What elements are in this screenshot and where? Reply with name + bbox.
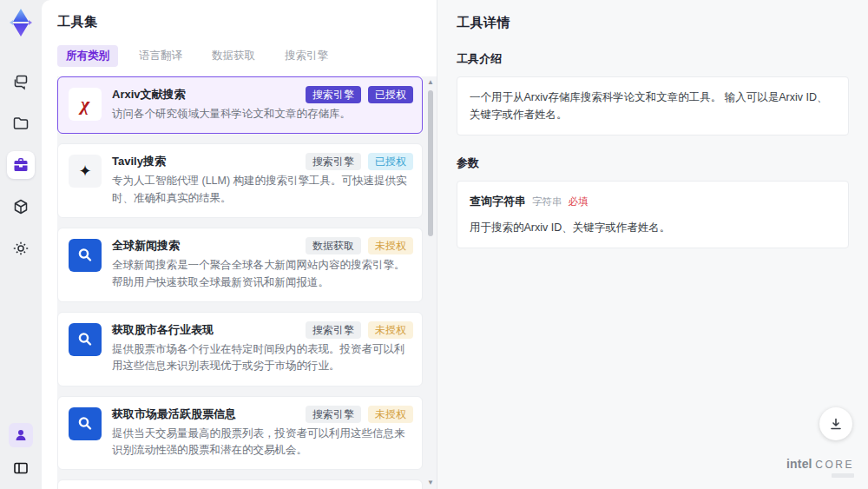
package-icon[interactable]: [7, 193, 35, 221]
download-button[interactable]: [819, 407, 852, 440]
tab-all-categories[interactable]: 所有类别: [57, 45, 118, 67]
auth-status-badge: 未授权: [368, 237, 413, 254]
page-title: 工具集: [57, 14, 437, 30]
tab-search-engine[interactable]: 搜索引擎: [276, 45, 337, 67]
scroll-up-icon[interactable]: ▲: [426, 78, 435, 87]
category-badge: 搜索引擎: [306, 86, 361, 103]
magnifier-icon: [69, 239, 102, 272]
folder-icon[interactable]: [7, 109, 35, 137]
user-avatar-icon[interactable]: [9, 423, 33, 447]
tool-badges: 搜索引擎 已授权: [306, 153, 413, 170]
sidebar: [0, 0, 42, 489]
auth-status-badge: 已授权: [368, 86, 413, 103]
tool-details-panel: 工具详情 工具介绍 一个用于从Arxiv存储库搜索科学论文和文章的工具。 输入可…: [437, 0, 868, 489]
category-badge: 数据获取: [306, 237, 361, 254]
sparkle-icon: ✦: [69, 155, 102, 188]
tab-data-fetch[interactable]: 数据获取: [203, 45, 264, 67]
category-tabs: 所有类别 语言翻译 数据获取 搜索引擎: [57, 45, 437, 67]
tool-badges: 搜索引擎 未授权: [306, 406, 413, 423]
intel-logo-sub: [832, 473, 854, 478]
details-title: 工具详情: [457, 15, 849, 31]
toolbox-icon[interactable]: [7, 151, 35, 179]
param-header: 查询字符串 字符串 必填: [470, 193, 836, 211]
tool-badges: 搜索引擎 未授权: [306, 321, 413, 339]
scroll-down-icon[interactable]: ▼: [426, 479, 435, 487]
tool-card-tavily[interactable]: ✦ Tavily搜索 专为人工智能代理 (LLM) 构建的搜索引擎工具。可快速提…: [57, 143, 423, 218]
sidebar-bottom: [9, 423, 33, 480]
tool-description: 提供股票市场各个行业在特定时间段内的表现。投资者可以利用这些信息来识别表现优于或…: [112, 341, 413, 375]
param-description: 用于搜索的Arxiv ID、关键字或作者姓名。: [470, 219, 836, 236]
tool-badges: 搜索引擎 已授权: [306, 86, 413, 103]
category-badge: 搜索引擎: [306, 321, 361, 339]
tool-card-arxiv[interactable]: χ Arxiv文献搜索 访问各个研究领域大量科学论文和文章的存储库。 搜索引擎 …: [57, 76, 423, 134]
tools-panel: 工具集 所有类别 语言翻译 数据获取 搜索引擎 χ Arxiv文献搜索 访问各个…: [42, 0, 437, 489]
tab-translation[interactable]: 语言翻译: [130, 45, 191, 67]
magnifier-icon: [69, 323, 102, 356]
intel-core-logo: intel core: [786, 457, 854, 478]
tool-description: 专为人工智能代理 (LLM) 构建的搜索引擎工具。可快速提供实时、准确和真实的结…: [112, 173, 413, 207]
app-window: 工具集 所有类别 语言翻译 数据获取 搜索引擎 χ Arxiv文献搜索 访问各个…: [0, 0, 868, 489]
sidebar-nav: [7, 68, 35, 262]
magnifier-icon: [69, 407, 102, 440]
tool-list: χ Arxiv文献搜索 访问各个研究领域大量科学论文和文章的存储库。 搜索引擎 …: [57, 76, 437, 489]
category-badge: 搜索引擎: [306, 406, 361, 423]
param-card: 查询字符串 字符串 必填 用于搜索的Arxiv ID、关键字或作者姓名。: [457, 181, 849, 248]
core-logo-text: core: [815, 459, 854, 471]
auth-status-badge: 已授权: [368, 153, 413, 170]
panel-toggle-icon[interactable]: [9, 456, 33, 480]
category-badge: 搜索引擎: [306, 153, 361, 170]
auth-status-badge: 未授权: [368, 321, 413, 339]
main-content: 工具集 所有类别 语言翻译 数据获取 搜索引擎 χ Arxiv文献搜索 访问各个…: [42, 0, 868, 489]
tool-card-most-active-stocks[interactable]: 获取市场最活跃股票信息 提供当天交易量最高的股票列表，投资者可以利用这些信息来识…: [57, 396, 423, 471]
param-required-flag: 必填: [569, 194, 589, 209]
param-type: 字符串: [532, 194, 562, 209]
intel-logo-text: intel: [786, 457, 812, 471]
tool-card-sector-performance[interactable]: 获取股市各行业表现 提供股票市场各个行业在特定时间段内的表现。投资者可以利用这些…: [57, 312, 423, 387]
settings-gear-icon[interactable]: [7, 235, 35, 262]
tool-card-global-news[interactable]: 全球新闻搜索 全球新闻搜索是一个聚合全球各大新闻网站内容的搜索引擎。帮助用户快速…: [57, 228, 423, 302]
scrollbar-thumb[interactable]: [428, 90, 433, 236]
auth-status-badge: 未授权: [368, 406, 413, 423]
tool-description: 访问各个研究领域大量科学论文和文章的存储库。: [112, 106, 413, 122]
tool-description: 提供当天交易量最高的股票列表，投资者可以利用这些信息来识别流动性强的股票和潜在的…: [112, 426, 413, 459]
chat-icon[interactable]: [7, 68, 35, 96]
tool-badges: 数据获取 未授权: [306, 237, 413, 254]
intro-box: 一个用于从Arxiv存储库搜索科学论文和文章的工具。 输入可以是Arxiv ID…: [457, 76, 849, 135]
tool-description: 全球新闻搜索是一个聚合全球各大新闻网站内容的搜索引擎。帮助用户快速获取全球最新资…: [112, 257, 413, 291]
arxiv-icon: χ: [69, 88, 102, 121]
app-logo-icon: [7, 7, 35, 38]
list-scrollbar[interactable]: ▲ ▼: [426, 78, 435, 487]
intro-heading: 工具介绍: [457, 51, 849, 67]
params-heading: 参数: [457, 155, 849, 171]
tool-card-region-news[interactable]: 万维地区新闻查询 查询具体行政区划内的新闻，快速了解各地新闻动 搜索引擎 未授权: [57, 479, 423, 489]
param-name: 查询字符串: [470, 193, 526, 211]
